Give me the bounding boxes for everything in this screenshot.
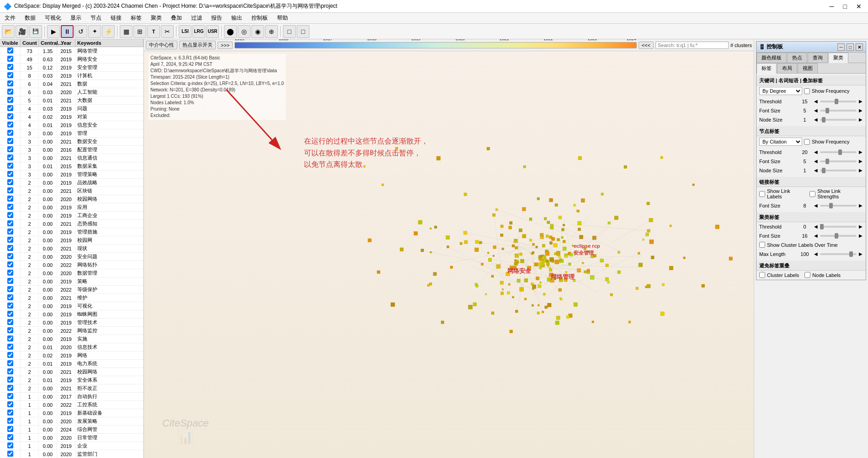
row-visible-checkbox[interactable] <box>7 196 13 202</box>
row-visible-checkbox[interactable] <box>7 368 13 374</box>
table-row[interactable]: 4 0.02 2019 对策 <box>0 113 144 121</box>
table-row[interactable]: 2 0.00 2022 网络拓扑 <box>0 261 144 269</box>
node-threshold-inc[interactable]: ▶ <box>858 149 863 155</box>
maximize-button[interactable]: □ <box>841 3 850 10</box>
node-fontsize-inc[interactable]: ▶ <box>858 158 863 164</box>
table-row[interactable]: 2 0.00 2019 品效战略 <box>0 179 144 187</box>
row-visible-checkbox[interactable] <box>7 138 13 144</box>
table-row[interactable]: 2 0.00 2021 拒不改正 <box>0 384 144 393</box>
tab-query[interactable]: 查询 <box>808 53 828 63</box>
table-row[interactable]: 1 0.00 2017 自动执行 <box>0 393 144 401</box>
cluster-threshold-dec[interactable]: ◀ <box>814 224 818 229</box>
table-row[interactable]: 2 0.01 2020 信息技术 <box>0 343 144 351</box>
table-row[interactable]: 2 0.02 2019 网络 <box>0 351 144 360</box>
cp-maximize-button[interactable]: □ <box>847 43 854 51</box>
keyword-nodesize-track[interactable] <box>820 119 857 121</box>
table-row[interactable]: 2 0.00 2019 策略 <box>0 277 144 286</box>
keyword-threshold-thumb[interactable] <box>835 99 838 104</box>
menu-item-报告[interactable]: 报告 <box>209 14 224 22</box>
menu-item-聚类[interactable]: 聚类 <box>149 14 164 22</box>
table-row[interactable]: 1 0.00 2020 监管部门 <box>0 450 144 458</box>
table-row[interactable]: 15 0.12 2019 安全管理 <box>0 64 144 72</box>
cluster-threshold-track[interactable] <box>820 226 857 228</box>
table-row[interactable]: 2 0.00 2021 校园网络 <box>0 368 144 376</box>
cluster-maxlength-dec[interactable]: ◀ <box>814 251 818 257</box>
show-link-strengths-checkbox[interactable] <box>809 191 815 197</box>
row-visible-checkbox[interactable] <box>7 204 13 210</box>
menu-item-输出[interactable]: 输出 <box>229 14 244 22</box>
table-row[interactable]: 2 0.00 2020 数据管理 <box>0 269 144 277</box>
menu-item-叠加[interactable]: 叠加 <box>169 14 184 22</box>
layout-button[interactable]: ⚡ <box>102 25 115 38</box>
row-visible-checkbox[interactable] <box>7 336 13 341</box>
node-fontsize-dec[interactable]: ◀ <box>814 158 818 164</box>
table-row[interactable]: 1 0.00 2022 工控系统 <box>0 401 144 409</box>
scissors-button[interactable]: ✂ <box>161 25 174 38</box>
show-cluster-overtime-checkbox[interactable] <box>759 242 765 248</box>
row-visible-checkbox[interactable] <box>7 64 13 70</box>
node-show-freq-checkbox[interactable] <box>804 139 810 145</box>
tab-hotspot[interactable]: 热点 <box>787 53 807 63</box>
table-row[interactable]: 2 0.00 2019 工商企业 <box>0 212 144 220</box>
table-row[interactable]: 2 0.00 2021 态势感知 <box>0 220 144 228</box>
keyword-nodesize-inc[interactable]: ▶ <box>858 117 863 122</box>
row-visible-checkbox[interactable] <box>7 270 13 276</box>
table-row[interactable]: 3 0.00 2019 管理策略 <box>0 170 144 179</box>
node-threshold-thumb[interactable] <box>838 149 842 155</box>
pause-button[interactable]: ⏸ <box>61 25 74 38</box>
row-visible-checkbox[interactable] <box>7 286 13 292</box>
node-nodesize-dec[interactable]: ◀ <box>814 167 818 173</box>
row-visible-checkbox[interactable] <box>7 212 13 218</box>
open-button[interactable]: 📂 <box>2 25 15 38</box>
row-visible-checkbox[interactable] <box>7 80 13 86</box>
row-visible-checkbox[interactable] <box>7 442 13 448</box>
menu-item-可视化[interactable]: 可视化 <box>43 14 63 22</box>
cluster-maxlength-inc[interactable]: ▶ <box>858 251 863 257</box>
table-row[interactable]: 8 0.03 2019 计算机 <box>0 72 144 80</box>
table-row[interactable]: 3 0.00 2016 配置管理 <box>0 146 144 154</box>
tab-view[interactable]: 视图 <box>798 63 818 73</box>
row-visible-checkbox[interactable] <box>7 319 13 325</box>
keyword-threshold-track[interactable] <box>820 101 857 102</box>
row-visible-checkbox[interactable] <box>7 229 13 234</box>
row-visible-checkbox[interactable] <box>7 426 13 432</box>
row-visible-checkbox[interactable] <box>7 303 13 309</box>
link-fontsize-thumb[interactable] <box>829 203 833 208</box>
node-nodesize-track[interactable] <box>820 170 857 171</box>
row-visible-checkbox[interactable] <box>7 237 13 243</box>
row-visible-checkbox[interactable] <box>7 327 13 333</box>
keyword-fontsize-dec[interactable]: ◀ <box>814 107 818 113</box>
row-visible-checkbox[interactable] <box>7 434 13 440</box>
show-link-labels-checkbox[interactable] <box>759 191 765 197</box>
row-visible-checkbox[interactable] <box>7 113 13 119</box>
keyword-fontsize-track[interactable] <box>820 110 857 112</box>
menu-item-链接[interactable]: 链接 <box>109 14 123 22</box>
table-row[interactable]: 2 0.00 2022 等级保护 <box>0 286 144 294</box>
cluster-fontsize-thumb[interactable] <box>835 233 838 239</box>
row-visible-checkbox[interactable] <box>7 344 13 350</box>
burst-button[interactable]: ✦ <box>88 25 101 38</box>
menu-item-显示[interactable]: 显示 <box>69 14 83 22</box>
lsi-button[interactable]: LSI <box>179 25 192 38</box>
save-button[interactable]: 💾 <box>29 25 42 38</box>
row-visible-checkbox[interactable] <box>7 179 13 185</box>
keyword-threshold-dec[interactable]: ◀ <box>814 98 818 104</box>
menu-item-过滤[interactable]: 过滤 <box>189 14 204 22</box>
row-visible-checkbox[interactable] <box>7 89 13 95</box>
table-row[interactable]: 3 0.01 2015 数据采集 <box>0 162 144 170</box>
search-input[interactable] <box>655 42 729 49</box>
node-sort-select[interactable]: By Citation By Degree By Frequency <box>759 138 802 146</box>
tab-layout[interactable]: 布局 <box>777 63 797 73</box>
hotspot-button[interactable]: 热点显示开关 <box>179 41 216 49</box>
cluster-fontsize-dec[interactable]: ◀ <box>814 233 818 239</box>
table-row[interactable]: 2 0.00 2022 网络监控 <box>0 327 144 335</box>
table-row[interactable]: 1 0.00 2024 综合网管 <box>0 426 144 434</box>
link-fontsize-inc[interactable]: ▶ <box>858 202 863 208</box>
cluster-maxlength-track[interactable] <box>820 253 857 255</box>
row-visible-checkbox[interactable] <box>7 311 13 317</box>
row-visible-checkbox[interactable] <box>7 410 13 415</box>
row-visible-checkbox[interactable] <box>7 146 13 152</box>
table-row[interactable]: 1 0.00 2019 企业 <box>0 442 144 450</box>
cp-minimize-button[interactable]: ─ <box>837 43 845 51</box>
table-row[interactable]: 2 0.00 2019 应用 <box>0 203 144 212</box>
